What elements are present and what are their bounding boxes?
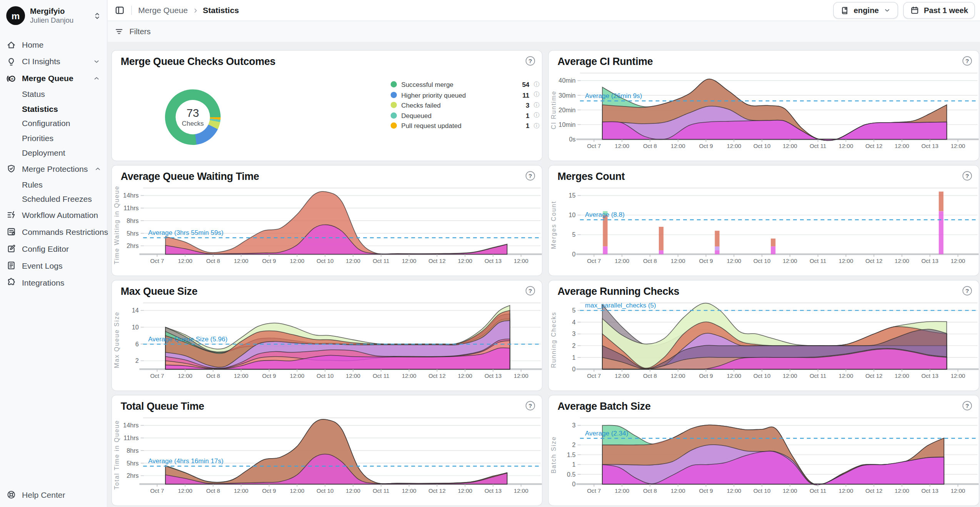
panel-title: Total Queue Time — [121, 401, 204, 412]
help-icon[interactable]: ? — [526, 401, 535, 410]
sidebar-item-merge-protections[interactable]: Merge Protections — [0, 160, 107, 177]
svg-text:Oct 11: Oct 11 — [373, 372, 389, 379]
sidebar-item-integrations[interactable]: Integrations — [0, 274, 107, 291]
sidebar-item-home[interactable]: Home — [0, 36, 107, 53]
queue-waiting-time-chart: Average (3hrs 55min 59s)2hrs5hrs8hrs11hr… — [112, 183, 543, 276]
svg-text:12:00: 12:00 — [783, 258, 797, 264]
help-icon[interactable]: ? — [963, 56, 972, 65]
svg-text:12:00: 12:00 — [839, 258, 853, 264]
svg-text:12:00: 12:00 — [615, 143, 629, 149]
svg-text:12:00: 12:00 — [895, 143, 909, 149]
sidebar-item-config-editor[interactable]: Config Editor — [0, 240, 107, 257]
panel-total-queue-time: Total Queue Time ? Average (4hrs 16min 1… — [111, 395, 542, 506]
svg-text:12:00: 12:00 — [234, 372, 248, 379]
help-icon[interactable]: ? — [526, 286, 535, 295]
panel-title: Merges Count — [558, 171, 625, 183]
svg-text:CI Runtime: CI Runtime — [550, 91, 557, 130]
repository-selector[interactable]: engine — [833, 2, 898, 19]
sidebar-item-event-logs[interactable]: Event Logs — [0, 257, 107, 274]
svg-text:Oct 10: Oct 10 — [753, 487, 771, 494]
bulb-icon — [6, 57, 16, 66]
legend-item-higher-priority-queued[interactable]: Higher priority queued11ⓘ — [391, 90, 540, 100]
svg-text:12:00: 12:00 — [895, 258, 909, 264]
svg-text:1.5: 1.5 — [567, 451, 576, 458]
sidebar-subitem-priorities[interactable]: Priorities — [0, 131, 107, 145]
svg-text:12:00: 12:00 — [402, 258, 417, 264]
time-range-value: Past 1 week — [924, 6, 968, 15]
puzzle-icon — [6, 278, 16, 288]
filters-button[interactable]: Filters — [114, 27, 150, 36]
info-icon[interactable]: ⓘ — [534, 81, 540, 87]
time-range-button[interactable]: Past 1 week — [903, 2, 975, 19]
svg-text:Average (3hrs 55min 59s): Average (3hrs 55min 59s) — [148, 229, 223, 236]
sidebar-item-ci-insights[interactable]: CI Insights — [0, 53, 107, 70]
workflow-icon — [6, 210, 16, 220]
legend-item-dequeued[interactable]: Dequeued1ⓘ — [391, 110, 540, 121]
help-icon[interactable]: ? — [963, 401, 972, 410]
donut-total: 73 — [187, 108, 199, 120]
svg-text:Oct 13: Oct 13 — [485, 372, 502, 379]
commands-icon — [6, 227, 16, 237]
svg-text:12:00: 12:00 — [671, 258, 685, 264]
svg-text:10min: 10min — [558, 121, 575, 128]
info-icon[interactable]: ⓘ — [534, 113, 540, 118]
svg-text:Oct 13: Oct 13 — [922, 258, 939, 264]
sidebar-toggle-icon[interactable] — [114, 5, 125, 16]
logs-icon — [6, 261, 16, 271]
svg-text:Oct 10: Oct 10 — [317, 258, 334, 264]
svg-text:15: 15 — [569, 192, 576, 199]
svg-text:Oct 9: Oct 9 — [262, 487, 276, 494]
help-icon[interactable]: ? — [526, 56, 535, 65]
running-checks-chart: max_parallel_checks (5)012345Oct 712:00O… — [549, 298, 980, 391]
donut-legend: Successful merge54ⓘHigher priority queue… — [391, 79, 540, 131]
svg-text:Merges Count: Merges Count — [550, 201, 557, 249]
sidebar-subitem-label: Priorities — [22, 133, 53, 143]
legend-item-checks-failed[interactable]: Checks failed3ⓘ — [391, 100, 540, 110]
sidebar-subitem-scheduled-freezes[interactable]: Scheduled Freezes — [0, 192, 107, 206]
svg-text:12:00: 12:00 — [234, 258, 248, 264]
svg-text:12:00: 12:00 — [346, 487, 360, 494]
svg-text:1: 1 — [572, 461, 576, 468]
sidebar-subitem-rules[interactable]: Rules — [0, 177, 107, 192]
sidebar-subitem-statistics[interactable]: Statistics — [0, 101, 107, 116]
svg-text:12:00: 12:00 — [671, 143, 685, 149]
svg-text:12:00: 12:00 — [839, 487, 853, 494]
checks-outcomes-donut: 73 Checks — [165, 89, 221, 145]
svg-text:Average (26min 9s): Average (26min 9s) — [585, 92, 642, 100]
info-icon[interactable]: ⓘ — [534, 92, 540, 98]
sidebar-subitem-configuration[interactable]: Configuration — [0, 116, 107, 131]
legend-value: 3 — [526, 101, 529, 109]
sidebar-item-workflow-automation[interactable]: Workflow Automation — [0, 206, 107, 223]
legend-label: Higher priority queued — [401, 91, 518, 99]
sidebar-subitem-status[interactable]: Status — [0, 87, 107, 101]
info-icon[interactable]: ⓘ — [534, 102, 540, 108]
help-center-button[interactable]: Help Center — [0, 490, 72, 500]
repository-icon — [840, 6, 849, 15]
legend-item-successful-merge[interactable]: Successful merge54ⓘ — [391, 79, 540, 90]
donut-center: 73 Checks — [165, 89, 221, 145]
svg-text:Max Queue Size: Max Queue Size — [113, 311, 120, 368]
svg-text:12:00: 12:00 — [234, 487, 248, 494]
svg-text:14: 14 — [132, 307, 139, 314]
topbar: Merge Queue Statistics engine Past 1 wee… — [108, 0, 980, 21]
org-switcher[interactable]: m Mergifyio Julien Danjou — [0, 0, 107, 31]
sidebar-item-merge-queue[interactable]: nMerge Queue — [0, 70, 107, 87]
help-icon[interactable]: ? — [963, 286, 972, 295]
info-icon[interactable]: ⓘ — [534, 123, 540, 129]
svg-text:12:00: 12:00 — [514, 258, 528, 264]
org-switcher-updown-icon[interactable] — [93, 11, 102, 20]
sidebar-subitem-deployment[interactable]: Deployment — [0, 146, 107, 160]
legend-item-pull-request-updated[interactable]: Pull request updated1ⓘ — [391, 121, 540, 131]
panel-average-running-checks: Average Running Checks ? max_parallel_ch… — [548, 280, 979, 391]
app-root: m Mergifyio Julien Danjou HomeCI Insight… — [0, 0, 980, 507]
help-icon[interactable]: ? — [963, 171, 972, 180]
breadcrumb-merge-queue[interactable]: Merge Queue — [138, 6, 188, 15]
help-icon[interactable]: ? — [526, 171, 535, 180]
org-name: Mergifyio — [30, 7, 88, 16]
home-icon — [6, 40, 16, 50]
svg-text:n: n — [11, 76, 13, 80]
sidebar-item-commands-restrictions[interactable]: Commands Restrictions — [0, 223, 107, 240]
panel-title: Average Running Checks — [558, 286, 680, 298]
batch-size-chart: Average (2.34)00.511.523Oct 712:00Oct 81… — [549, 413, 980, 505]
svg-text:30min: 30min — [558, 92, 575, 99]
